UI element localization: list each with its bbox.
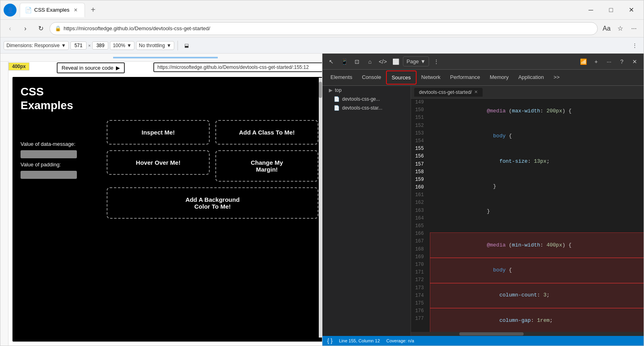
tab-sources[interactable]: Sources [386, 70, 417, 85]
dimension-x-separator: × [88, 43, 91, 48]
tab-console[interactable]: Console [357, 71, 386, 84]
devtools-cursor-icon[interactable]: ↖ [326, 56, 337, 67]
ln-160: 160 [414, 184, 424, 191]
ln-166: 166 [414, 230, 424, 238]
address-bar[interactable]: 🔒 https://microsoftedge.github.io/Demos/… [50, 22, 598, 35]
tab-elements[interactable]: Elements [326, 71, 357, 84]
devtools-help-icon[interactable]: ? [616, 56, 627, 67]
code-token: ; [550, 317, 553, 323]
code-token: 3 [543, 292, 547, 298]
new-tab-button[interactable]: + [87, 4, 99, 17]
code-text: @media (max-width: 200px) { body { font-… [427, 99, 644, 332]
back-button[interactable]: ‹ [4, 22, 17, 35]
tab-network[interactable]: Network [417, 71, 446, 84]
source-url-display: https://microsoftedge.github.io/Demos/de… [153, 62, 322, 72]
favorites-icon[interactable]: ☆ [614, 22, 627, 35]
code-token: } [487, 183, 496, 189]
file-tree-item-1[interactable]: 📄 devtools-css-ge... [322, 95, 411, 104]
forward-button[interactable]: › [19, 22, 32, 35]
ln-168: 168 [414, 246, 424, 253]
ln-170: 170 [414, 261, 424, 269]
add-bg-color-button[interactable]: Add A BackgroundColor To Me! [107, 187, 318, 219]
ln-177: 177 [414, 315, 424, 323]
height-input[interactable]: 389 [92, 41, 108, 50]
code-line-149: @media (max-width: 200px) { [430, 99, 644, 124]
code-token: } [487, 208, 490, 214]
file-tree-item-2[interactable]: 📄 devtools-css-star... [322, 104, 411, 112]
devtools-device-icon[interactable]: 📱 [339, 56, 350, 67]
devtools-code-icon[interactable]: </> [377, 56, 388, 67]
zoom-selector[interactable]: 100% ▼ [110, 41, 134, 50]
devtools-monitor-icon[interactable]: ⬜ [390, 56, 401, 67]
devtools-more-options-icon[interactable]: ⋮ [431, 56, 442, 67]
devtools-plus-icon[interactable]: + [590, 56, 602, 67]
devtools-layout-icon[interactable]: ⊡ [351, 56, 363, 67]
devtools-panel: ↖ 📱 ⊡ ⌂ </> ⬜ Page ▼ ⋮ 📶 + ··· ? ✕ [322, 54, 644, 346]
file-name-2: devtools-css-star... [342, 105, 382, 111]
ln-163: 163 [414, 207, 424, 215]
width-input[interactable]: 571 [70, 41, 87, 50]
padding-input[interactable] [21, 171, 77, 179]
code-token: : [540, 108, 547, 114]
toolbar-more-button[interactable]: ⋮ [629, 41, 640, 50]
tab-performance[interactable]: Performance [445, 71, 485, 84]
file-icon-2: 📄 [334, 105, 340, 111]
avatar: 👤 [4, 4, 17, 17]
close-button[interactable]: ✕ [622, 4, 640, 17]
status-coverage: Coverage: n/a [386, 338, 414, 343]
devtools-wifi-icon[interactable]: 📶 [578, 56, 589, 67]
reveal-source-label: Reveal in source code [62, 65, 114, 71]
main-area: 400px Reveal in source code ▶ https://mi… [0, 54, 644, 346]
data-message-label: Value of data-message: [21, 141, 101, 147]
code-line-158: column-gap: 1rem; [430, 308, 644, 332]
scrollbar-thumb[interactable] [319, 82, 322, 98]
viewport-area: 400px Reveal in source code ▶ https://mi… [0, 54, 322, 346]
code-token: 1rem [537, 317, 549, 323]
status-line-col: Line 155, Column 12 [339, 338, 380, 343]
scrollbar-h-thumb[interactable] [459, 332, 524, 336]
throttle-selector[interactable]: No throttling ▼ [136, 41, 174, 50]
reading-view-icon[interactable]: Aa [600, 22, 613, 35]
minimize-button[interactable]: ─ [582, 4, 600, 17]
code-scrollbar-horizontal[interactable] [411, 332, 644, 336]
code-file-tabs: devtools-css-get-started/ ✕ [411, 86, 644, 99]
ln-164: 164 [414, 215, 424, 222]
page-label: Page [407, 58, 419, 64]
devtools-settings-more-icon[interactable]: ··· [603, 56, 615, 67]
tab-more[interactable]: >> [549, 71, 564, 84]
throttle-chevron-icon: ▼ [167, 43, 171, 48]
screenshot-button[interactable]: ⬓ [181, 41, 192, 50]
reveal-source-arrow-icon: ▶ [116, 65, 120, 71]
tab-close-button[interactable]: ✕ [72, 6, 80, 14]
devtools-home-icon[interactable]: ⌂ [364, 56, 376, 67]
code-tab-close-button[interactable]: ✕ [474, 89, 478, 95]
file-name-1: devtools-css-ge... [342, 96, 380, 102]
hover-over-me-button[interactable]: Hover Over Me! [107, 150, 210, 175]
code-line-150: body { [430, 124, 644, 149]
code-token: 13px [534, 158, 546, 164]
code-token [487, 158, 499, 164]
devtools-close-icon[interactable]: ✕ [629, 56, 640, 67]
add-class-button[interactable]: Add A Class To Me! [215, 120, 318, 145]
devtools-status-bar: { } Line 155, Column 12 Coverage: n/a [322, 336, 644, 346]
file-tree-top: ▶ top [322, 86, 411, 95]
viewport-content: 400px Reveal in source code ▶ https://mi… [8, 62, 322, 346]
tab-memory[interactable]: Memory [485, 71, 514, 84]
demo-inputs-panel: Value of data-message: Value of padding: [21, 120, 101, 179]
data-message-input[interactable] [21, 150, 77, 158]
viewport-scrollbar[interactable] [319, 78, 322, 338]
refresh-button[interactable]: ↻ [34, 22, 47, 35]
inspect-me-button[interactable]: Inspect Me! [107, 120, 210, 145]
active-tab[interactable]: 📄 CSS Examples ✕ [20, 3, 85, 17]
page-selector[interactable]: Page ▼ [403, 56, 429, 66]
change-margin-button[interactable]: Change MyMargin! [215, 150, 318, 182]
more-icon[interactable]: ··· [627, 22, 640, 35]
dimensions-chevron-icon: ▼ [61, 43, 66, 48]
reveal-source-button[interactable]: Reveal in source code ▶ [57, 62, 125, 73]
ruler-highlight [113, 57, 218, 58]
maximize-button[interactable]: □ [602, 4, 620, 17]
tab-application[interactable]: Application [514, 71, 549, 84]
code-token: 200px [547, 108, 562, 114]
dimensions-selector[interactable]: Dimensions: Responsive ▼ [4, 41, 69, 50]
code-file-tab-active[interactable]: devtools-css-get-started/ ✕ [414, 88, 483, 97]
